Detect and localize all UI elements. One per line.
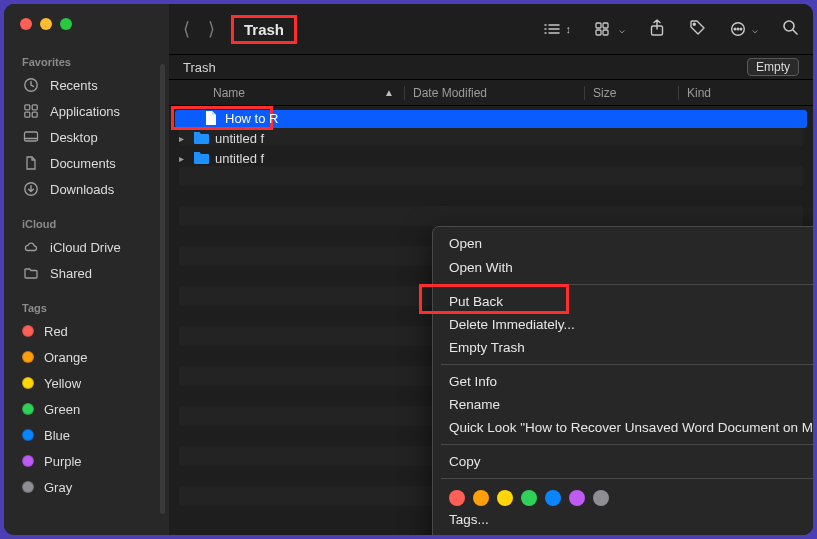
desktop-icon — [22, 129, 40, 145]
document-file-icon — [203, 111, 219, 125]
nav-back-button[interactable]: ⟨ — [183, 18, 190, 40]
separator — [441, 284, 813, 285]
separator — [441, 444, 813, 445]
path-label: Trash — [183, 60, 216, 75]
ctx-item-open[interactable]: Open — [433, 232, 813, 255]
column-header-name[interactable]: Name▲ — [169, 86, 404, 100]
sidebar-scrollbar[interactable] — [160, 64, 165, 514]
view-list-button[interactable]: ↕ — [543, 22, 572, 36]
sidebar-item-label: Red — [44, 324, 68, 339]
folder-icon — [193, 131, 209, 145]
ctx-item-delete-immediately[interactable]: Delete Immediately... — [433, 313, 813, 336]
file-row[interactable]: ▸ untitled f — [169, 148, 813, 168]
sidebar-tag-yellow[interactable]: Yellow — [4, 370, 169, 396]
sidebar-item-label: Shared — [50, 266, 92, 281]
tag-dot-icon — [22, 377, 34, 389]
empty-trash-button[interactable]: Empty — [747, 58, 799, 76]
tag-dot-icon — [22, 455, 34, 467]
ctx-item-tags[interactable]: Tags... — [433, 508, 813, 531]
document-icon — [22, 155, 40, 171]
ctx-item-get-info[interactable]: Get Info — [433, 370, 813, 393]
sidebar-item-documents[interactable]: Documents — [4, 150, 169, 176]
ctx-tag-blue[interactable] — [545, 490, 561, 506]
tags-button[interactable] — [689, 19, 706, 39]
minimize-window-button[interactable] — [40, 18, 52, 30]
search-button[interactable] — [782, 19, 799, 39]
sidebar-item-label: iCloud Drive — [50, 240, 121, 255]
sidebar-item-label: Yellow — [44, 376, 81, 391]
svg-point-12 — [693, 23, 695, 25]
tag-dot-icon — [22, 481, 34, 493]
sidebar-item-label: Applications — [50, 104, 120, 119]
sidebar-item-label: Downloads — [50, 182, 114, 197]
ctx-tag-swatches — [433, 484, 813, 508]
column-headers: Name▲ Date Modified Size Kind — [169, 80, 813, 106]
svg-rect-9 — [596, 30, 601, 35]
sidebar-tag-purple[interactable]: Purple — [4, 448, 169, 474]
ctx-item-rename[interactable]: Rename — [433, 393, 813, 416]
folder-icon — [193, 151, 209, 165]
column-header-date-modified[interactable]: Date Modified — [404, 86, 584, 100]
sidebar-item-desktop[interactable]: Desktop — [4, 124, 169, 150]
sidebar-tag-gray[interactable]: Gray — [4, 474, 169, 500]
file-name: untitled f — [215, 131, 264, 146]
sidebar-item-downloads[interactable]: Downloads — [4, 176, 169, 202]
disclosure-triangle-icon[interactable]: ▸ — [179, 153, 191, 164]
svg-rect-3 — [25, 112, 30, 117]
ctx-tag-orange[interactable] — [473, 490, 489, 506]
ctx-tag-yellow[interactable] — [497, 490, 513, 506]
sidebar-item-recents[interactable]: Recents — [4, 72, 169, 98]
ctx-tag-purple[interactable] — [569, 490, 585, 506]
sidebar-item-label: Orange — [44, 350, 87, 365]
sidebar-tag-red[interactable]: Red — [4, 318, 169, 344]
svg-point-16 — [740, 28, 742, 30]
svg-rect-7 — [596, 23, 601, 28]
file-name: How to R — [225, 111, 278, 126]
fullscreen-window-button[interactable] — [60, 18, 72, 30]
sidebar-tag-green[interactable]: Green — [4, 396, 169, 422]
svg-rect-10 — [603, 30, 608, 35]
ctx-item-empty-trash[interactable]: Empty Trash — [433, 336, 813, 359]
column-header-kind[interactable]: Kind — [678, 86, 813, 100]
path-bar: Trash Empty — [169, 54, 813, 80]
sidebar-item-label: Recents — [50, 78, 98, 93]
ctx-item-put-back[interactable]: Put Back — [433, 290, 813, 313]
toolbar: ⟨ ⟩ Trash ↕ ⌵ ⌵ — [169, 4, 813, 54]
shared-folder-icon — [22, 265, 40, 281]
window-title: Trash — [234, 18, 294, 41]
sort-ascending-icon: ▲ — [384, 87, 394, 98]
ctx-item-open-with[interactable]: Open With⟩ — [433, 255, 813, 279]
ctx-item-quick-look[interactable]: Quick Look "How to Recover Unsaved Word … — [433, 416, 813, 439]
file-name: untitled f — [215, 151, 264, 166]
group-by-button[interactable]: ⌵ — [595, 22, 625, 36]
cloud-icon — [22, 239, 40, 255]
tag-dot-icon — [22, 325, 34, 337]
svg-rect-8 — [603, 23, 608, 28]
disclosure-triangle-icon[interactable]: ▸ — [179, 133, 191, 144]
ctx-tag-gray[interactable] — [593, 490, 609, 506]
sidebar-item-label: Desktop — [50, 130, 98, 145]
sidebar-item-applications[interactable]: Applications — [4, 98, 169, 124]
annotation-highlight-title: Trash — [231, 15, 297, 44]
close-window-button[interactable] — [20, 18, 32, 30]
sidebar-tag-orange[interactable]: Orange — [4, 344, 169, 370]
sidebar-tag-blue[interactable]: Blue — [4, 422, 169, 448]
file-row[interactable]: ▸ untitled f — [169, 128, 813, 148]
file-row-selected[interactable]: How to R — [169, 108, 813, 128]
actions-button[interactable]: ⌵ — [730, 21, 758, 37]
context-menu: Open Open With⟩ Put Back Delete Immediat… — [432, 226, 813, 535]
download-icon — [22, 181, 40, 197]
sidebar-section-icloud: iCloud — [4, 202, 169, 234]
sidebar-item-label: Green — [44, 402, 80, 417]
nav-forward-button[interactable]: ⟩ — [208, 18, 215, 40]
sidebar-item-icloud-drive[interactable]: iCloud Drive — [4, 234, 169, 260]
share-button[interactable] — [649, 19, 665, 40]
ctx-item-copy[interactable]: Copy — [433, 450, 813, 473]
svg-rect-2 — [32, 105, 37, 110]
sidebar-item-label: Documents — [50, 156, 116, 171]
sidebar-item-shared[interactable]: Shared — [4, 260, 169, 286]
column-header-size[interactable]: Size — [584, 86, 678, 100]
ctx-tag-red[interactable] — [449, 490, 465, 506]
separator — [441, 478, 813, 479]
ctx-tag-green[interactable] — [521, 490, 537, 506]
